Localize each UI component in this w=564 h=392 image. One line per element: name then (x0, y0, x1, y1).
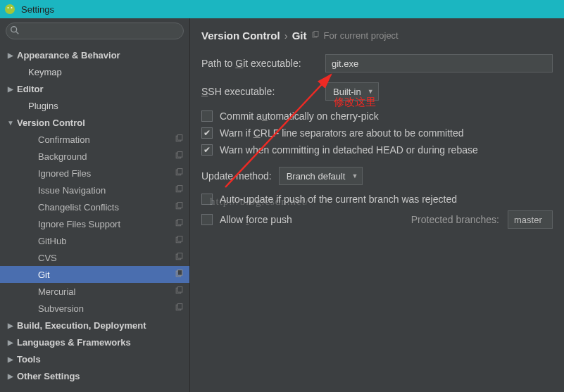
sidebar-item-label: Keymap (28, 67, 62, 77)
search-input[interactable] (6, 23, 184, 39)
sidebar-item-label: Background (38, 151, 87, 162)
sidebar-item-label: Git (38, 270, 50, 280)
svg-rect-22 (177, 270, 182, 276)
chevron-right-icon (7, 355, 14, 363)
cherry-pick-checkbox[interactable] (201, 110, 213, 122)
detached-warn-label: Warn when committing in detached HEAD or… (220, 144, 478, 156)
breadcrumb-leaf: Git (292, 30, 307, 42)
update-method-combo[interactable]: Branch default (279, 167, 363, 185)
sidebar-item-plugins[interactable]: Plugins (0, 97, 189, 114)
sidebar-item-label: Tools (17, 354, 41, 365)
sidebar-item-label: Subversion (38, 303, 84, 314)
sidebar-item-languages-frameworks[interactable]: Languages & Frameworks (0, 334, 189, 350)
sidebar-item-label: Mercurial (38, 286, 75, 297)
chevron-right-icon (7, 372, 14, 380)
project-level-icon (175, 185, 184, 196)
sidebar-item-subversion[interactable]: Subversion (0, 300, 189, 317)
content-panel: Version Control › Git For current projec… (190, 18, 564, 392)
detached-warn-checkbox[interactable] (201, 144, 213, 156)
sidebar-item-github[interactable]: GitHub (0, 232, 189, 249)
svg-point-0 (5, 4, 15, 14)
svg-rect-12 (177, 186, 182, 191)
crlf-warn-label: Warn if CRLF line separators are about t… (220, 127, 464, 139)
protected-branches-input[interactable] (508, 210, 553, 229)
svg-rect-18 (177, 236, 182, 242)
sidebar-item-label: Confirmation (38, 134, 90, 145)
sidebar-item-editor[interactable]: Editor (0, 80, 189, 97)
project-level-icon (175, 134, 184, 146)
project-level-icon (175, 253, 184, 264)
ssh-executable-combo[interactable]: Built-in (325, 82, 379, 101)
breadcrumb-hint: For current project (324, 30, 399, 41)
sidebar-item-keymap[interactable]: Keymap (0, 63, 189, 80)
sidebar-item-label: Editor (17, 84, 44, 94)
sidebar-item-label: Issue Navigation (38, 185, 106, 196)
sidebar-item-label: Languages & Frameworks (17, 337, 131, 348)
svg-rect-10 (177, 169, 182, 175)
sidebar-item-background[interactable]: Background (0, 148, 189, 165)
sidebar-item-cvs[interactable]: CVS (0, 249, 189, 266)
update-method-label: Update method: (201, 170, 272, 182)
copy-settings-icon (311, 30, 320, 42)
crlf-warn-checkbox[interactable] (201, 127, 213, 139)
search-icon (10, 25, 20, 35)
breadcrumb-root[interactable]: Version Control (201, 30, 280, 42)
sidebar-item-ignored-files[interactable]: Ignored Files (0, 165, 189, 182)
sidebar-item-mercurial[interactable]: Mercurial (0, 283, 189, 300)
chevron-right-icon (7, 339, 14, 346)
cherry-pick-label: Commit automatically on cherry-pick (220, 110, 379, 122)
app-logo-icon (4, 4, 15, 15)
sidebar-item-label: Appearance & Behavior (17, 50, 120, 61)
sidebar-item-git[interactable]: Git (0, 266, 189, 283)
settings-tree: Appearance & BehaviorKeymapEditorPlugins… (0, 44, 189, 392)
breadcrumb: Version Control › Git For current projec… (201, 30, 553, 42)
git-path-input[interactable] (325, 54, 553, 72)
svg-rect-28 (314, 32, 318, 37)
svg-rect-16 (177, 220, 182, 225)
protected-branches-label: Protected branches: (411, 214, 499, 225)
sidebar-item-label: Ignored Files (38, 168, 91, 179)
svg-rect-14 (177, 203, 182, 208)
path-label: Path to Git executable: (201, 58, 325, 69)
sidebar-item-label: Ignore Files Support (38, 219, 120, 229)
sidebar-item-issue-navigation[interactable]: Issue Navigation (0, 182, 189, 198)
svg-point-1 (8, 7, 9, 8)
project-level-icon (175, 303, 184, 315)
sidebar-item-ignore-files-support[interactable]: Ignore Files Support (0, 215, 189, 232)
project-level-icon (175, 202, 184, 213)
sidebar-item-build-execution-deployment[interactable]: Build, Execution, Deployment (0, 317, 189, 334)
sidebar-item-appearance-behavior[interactable]: Appearance & Behavior (0, 46, 189, 63)
svg-rect-20 (177, 253, 182, 259)
sidebar-item-label: Plugins (28, 101, 58, 111)
sidebar-item-label: Changelist Conflicts (38, 202, 119, 213)
svg-line-4 (16, 32, 19, 34)
sidebar: Appearance & BehaviorKeymapEditorPlugins… (0, 18, 190, 392)
svg-point-3 (11, 27, 17, 32)
chevron-right-icon (7, 85, 14, 93)
sidebar-item-label: GitHub (38, 236, 66, 246)
sidebar-item-label: Version Control (17, 118, 85, 128)
sidebar-item-confirmation[interactable]: Confirmation (0, 131, 189, 148)
project-level-icon (175, 151, 184, 163)
window-title: Settings (21, 4, 54, 15)
sidebar-item-changelist-conflicts[interactable]: Changelist Conflicts (0, 198, 189, 215)
sidebar-item-tools[interactable]: Tools (0, 350, 189, 367)
breadcrumb-separator: › (284, 30, 288, 42)
project-level-icon (175, 236, 184, 247)
sidebar-item-other-settings[interactable]: Other Settings (0, 367, 189, 384)
chevron-right-icon (7, 51, 14, 59)
project-level-icon (175, 286, 184, 298)
sidebar-item-version-control[interactable]: Version Control (0, 114, 189, 131)
sidebar-item-label: Build, Execution, Deployment (17, 320, 146, 331)
force-push-checkbox[interactable] (201, 214, 213, 225)
svg-point-2 (11, 7, 13, 8)
svg-rect-8 (177, 152, 182, 158)
sidebar-item-label: CVS (38, 253, 57, 263)
svg-rect-24 (177, 287, 182, 293)
chevron-down-icon (7, 119, 14, 127)
project-level-icon (175, 168, 184, 179)
auto-update-checkbox[interactable] (201, 194, 213, 205)
force-push-label: Allow force push (220, 214, 292, 225)
svg-rect-6 (177, 135, 182, 141)
svg-rect-26 (177, 304, 182, 310)
